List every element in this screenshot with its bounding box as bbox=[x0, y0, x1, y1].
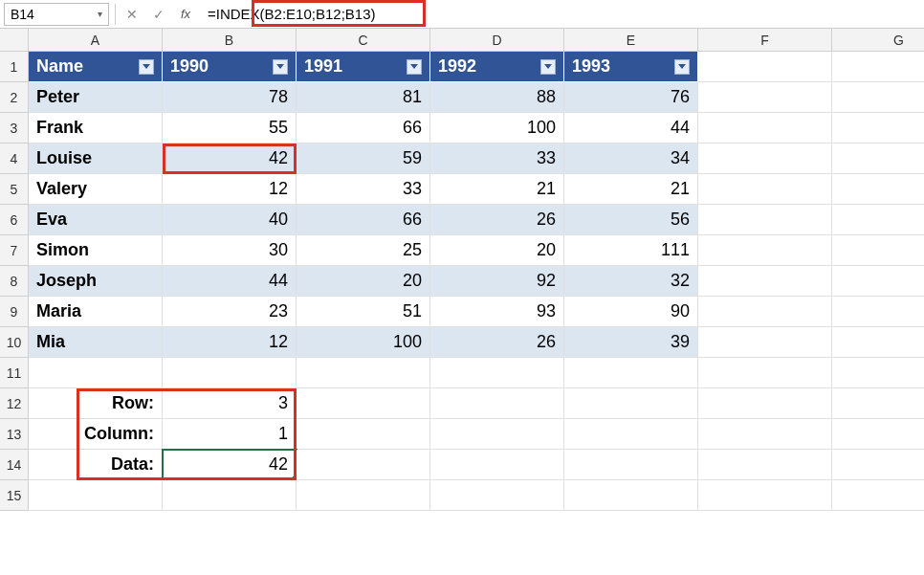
table-header-1993[interactable]: 1993 bbox=[564, 52, 698, 82]
cell[interactable] bbox=[698, 205, 832, 235]
cell[interactable] bbox=[698, 388, 832, 419]
table-cell[interactable]: 93 bbox=[430, 297, 564, 327]
table-row-name[interactable]: Eva bbox=[29, 205, 163, 235]
table-row-name[interactable]: Frank bbox=[29, 113, 163, 144]
cell[interactable] bbox=[698, 82, 832, 113]
table-cell[interactable]: 12 bbox=[163, 174, 297, 205]
table-cell[interactable]: 39 bbox=[564, 327, 698, 358]
cell[interactable] bbox=[430, 450, 564, 480]
table-cell[interactable]: 100 bbox=[430, 113, 564, 144]
cell[interactable] bbox=[297, 388, 430, 419]
table-header-1992[interactable]: 1992 bbox=[430, 52, 564, 82]
table-header-1990[interactable]: 1990 bbox=[163, 52, 297, 82]
table-cell[interactable]: 26 bbox=[430, 327, 564, 358]
row-header-3[interactable]: 3 bbox=[0, 113, 29, 144]
table-cell[interactable]: 44 bbox=[163, 266, 297, 297]
cell[interactable] bbox=[698, 327, 832, 358]
filter-icon[interactable] bbox=[273, 59, 288, 75]
table-cell[interactable]: 32 bbox=[564, 266, 698, 297]
lookup-row-value[interactable]: 3 bbox=[163, 388, 297, 419]
table-cell[interactable]: 42 bbox=[163, 144, 297, 174]
table-cell[interactable]: 30 bbox=[163, 235, 297, 266]
table-cell[interactable]: 90 bbox=[564, 297, 698, 327]
select-all-corner[interactable] bbox=[0, 29, 29, 52]
cell[interactable] bbox=[163, 480, 297, 511]
table-cell[interactable]: 34 bbox=[564, 144, 698, 174]
lookup-column-value[interactable]: 1 bbox=[163, 419, 297, 450]
lookup-data-label[interactable]: Data: bbox=[29, 450, 163, 480]
cell[interactable] bbox=[564, 480, 698, 511]
col-header-C[interactable]: C bbox=[297, 29, 430, 52]
table-cell[interactable]: 66 bbox=[297, 205, 430, 235]
table-cell[interactable]: 66 bbox=[297, 113, 430, 144]
enter-icon[interactable]: ✓ bbox=[148, 4, 169, 25]
cell[interactable] bbox=[297, 450, 430, 480]
cell[interactable] bbox=[832, 266, 924, 297]
cell[interactable] bbox=[698, 52, 832, 82]
table-cell[interactable]: 25 bbox=[297, 235, 430, 266]
cell[interactable] bbox=[698, 297, 832, 327]
cell[interactable] bbox=[698, 235, 832, 266]
table-cell[interactable]: 21 bbox=[564, 174, 698, 205]
cell[interactable] bbox=[832, 388, 924, 419]
row-header-4[interactable]: 4 bbox=[0, 144, 29, 174]
cell[interactable] bbox=[698, 358, 832, 388]
cell[interactable] bbox=[163, 358, 297, 388]
cell[interactable] bbox=[832, 205, 924, 235]
filter-icon[interactable] bbox=[540, 59, 556, 75]
table-cell[interactable]: 92 bbox=[430, 266, 564, 297]
col-header-G[interactable]: G bbox=[832, 29, 924, 52]
cell[interactable] bbox=[832, 358, 924, 388]
cell[interactable] bbox=[698, 450, 832, 480]
cell[interactable] bbox=[430, 358, 564, 388]
cell[interactable] bbox=[297, 480, 430, 511]
cell[interactable] bbox=[430, 388, 564, 419]
col-header-E[interactable]: E bbox=[564, 29, 698, 52]
cell[interactable] bbox=[698, 480, 832, 511]
table-cell[interactable]: 111 bbox=[564, 235, 698, 266]
table-cell[interactable]: 33 bbox=[297, 174, 430, 205]
row-header-2[interactable]: 2 bbox=[0, 82, 29, 113]
row-header-5[interactable]: 5 bbox=[0, 174, 29, 205]
cancel-icon[interactable]: ✕ bbox=[121, 4, 143, 25]
table-row-name[interactable]: Mia bbox=[29, 327, 163, 358]
row-header-6[interactable]: 6 bbox=[0, 205, 29, 235]
filter-icon[interactable] bbox=[407, 59, 422, 75]
table-cell[interactable]: 55 bbox=[163, 113, 297, 144]
active-cell[interactable]: 42 bbox=[163, 450, 297, 480]
cell[interactable] bbox=[29, 358, 163, 388]
cell[interactable] bbox=[698, 144, 832, 174]
table-header-name[interactable]: Name bbox=[29, 52, 163, 82]
row-header-9[interactable]: 9 bbox=[0, 297, 29, 327]
cell[interactable] bbox=[698, 174, 832, 205]
table-cell[interactable]: 40 bbox=[163, 205, 297, 235]
table-cell[interactable]: 21 bbox=[430, 174, 564, 205]
cell[interactable] bbox=[564, 388, 698, 419]
row-header-1[interactable]: 1 bbox=[0, 52, 29, 82]
table-cell[interactable]: 56 bbox=[564, 205, 698, 235]
cell[interactable] bbox=[832, 144, 924, 174]
table-row-name[interactable]: Valery bbox=[29, 174, 163, 205]
cell[interactable] bbox=[698, 113, 832, 144]
row-header-11[interactable]: 11 bbox=[0, 358, 29, 388]
cell[interactable] bbox=[430, 480, 564, 511]
filter-icon[interactable] bbox=[674, 59, 690, 75]
formula-input[interactable] bbox=[202, 3, 920, 26]
row-header-12[interactable]: 12 bbox=[0, 388, 29, 419]
cell[interactable] bbox=[698, 419, 832, 450]
filter-icon[interactable] bbox=[139, 59, 154, 75]
cell[interactable] bbox=[832, 174, 924, 205]
cell[interactable] bbox=[832, 480, 924, 511]
table-cell[interactable]: 23 bbox=[163, 297, 297, 327]
row-header-8[interactable]: 8 bbox=[0, 266, 29, 297]
table-row-name[interactable]: Joseph bbox=[29, 266, 163, 297]
col-header-F[interactable]: F bbox=[698, 29, 832, 52]
row-header-13[interactable]: 13 bbox=[0, 419, 29, 450]
cell[interactable] bbox=[832, 52, 924, 82]
row-header-14[interactable]: 14 bbox=[0, 450, 29, 480]
cell[interactable] bbox=[564, 358, 698, 388]
cell[interactable] bbox=[832, 113, 924, 144]
table-cell[interactable]: 76 bbox=[564, 82, 698, 113]
fx-icon[interactable]: fx bbox=[175, 4, 196, 25]
table-row-name[interactable]: Maria bbox=[29, 297, 163, 327]
